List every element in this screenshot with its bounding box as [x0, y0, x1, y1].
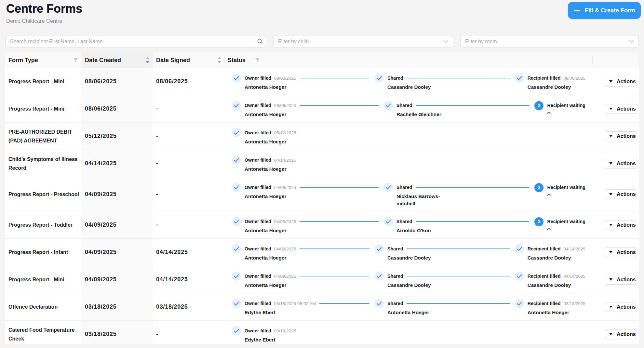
- actions-label: Actions: [617, 249, 636, 255]
- actions-label: Actions: [617, 161, 636, 167]
- search-icon: [257, 38, 263, 45]
- filter-icon[interactable]: [255, 58, 260, 62]
- step-label: Owner filled: [245, 272, 271, 281]
- fill-create-form-button[interactable]: Fill & Create Form: [568, 2, 641, 19]
- step-person-name: Cassandre Dooley: [528, 254, 573, 261]
- form-type-text: Catered Food Temperature Check: [8, 326, 81, 343]
- status-step-line: Owner filled04/14/2025: [232, 155, 296, 165]
- check-icon: [517, 301, 522, 306]
- column-header-date-created[interactable]: Date Created: [81, 52, 153, 68]
- column-header-form-type[interactable]: Form Type: [5, 52, 81, 68]
- sorter-icon-descending[interactable]: [146, 57, 149, 63]
- fill-create-form-label: Fill & Create Form: [585, 7, 635, 14]
- step-check-circle: [232, 326, 241, 335]
- actions-button[interactable]: Actions: [605, 159, 637, 168]
- step-check-circle: [375, 299, 384, 308]
- actions-button[interactable]: Actions: [605, 104, 637, 114]
- step-label: Shared: [387, 272, 403, 281]
- caret-down-icon: [609, 333, 612, 335]
- actions-label: Actions: [617, 133, 636, 139]
- status-step-1: Owner filled03/18/2025 08:02 AMEdythe Eb…: [232, 299, 316, 316]
- date-created-cell: 05/12/2025: [81, 123, 153, 150]
- status-step-line: Owner filled03/18/2025 08:02 AM: [232, 299, 316, 308]
- search-input[interactable]: [6, 35, 254, 47]
- column-header-status[interactable]: Status: [224, 52, 593, 68]
- step-date: 04/14/2025: [274, 156, 296, 165]
- status-step-2: SharedRachelle Gleichner: [384, 101, 441, 118]
- date-signed-text: -: [156, 330, 158, 339]
- form-type-cell: Progress Report - Toddler: [5, 211, 81, 238]
- column-header-date-signed-label: Date Signed: [156, 57, 190, 64]
- date-created-cell: 08/06/2025: [81, 68, 153, 95]
- step-person-name: Antonetta Hoeger: [245, 111, 290, 118]
- step-person-name: Cassandre Dooley: [387, 254, 431, 261]
- caret-down-icon: [609, 162, 612, 165]
- step-label: Owner filled: [245, 183, 271, 192]
- actions-button[interactable]: Actions: [605, 248, 637, 257]
- status-step-line: Recipient filled04/14/2025: [515, 244, 585, 253]
- column-header-actions: [593, 52, 639, 68]
- form-type-text: Progress Report - Mini: [8, 77, 64, 86]
- actions-button[interactable]: Actions: [605, 275, 637, 285]
- date-created-cell: 04/09/2025: [81, 211, 153, 238]
- step-connector-line: [300, 221, 379, 222]
- actions-button[interactable]: Actions: [605, 131, 637, 141]
- status-steps: Owner filled08/06/2025Antonetta HoegerSh…: [232, 74, 585, 93]
- column-header-date-signed[interactable]: Date Signed: [153, 52, 224, 68]
- table-row: Progress Report - Toddler04/09/2025-Owne…: [5, 211, 639, 239]
- check-icon: [377, 301, 382, 306]
- step-date: 08/06/2025: [274, 74, 296, 83]
- table-row: Catered Food Temperature Check03/18/2025…: [5, 321, 639, 344]
- date-signed-cell: 08/06/2025: [153, 68, 224, 95]
- step-date: 03/18/2025: [563, 299, 585, 308]
- actions-button[interactable]: Actions: [605, 189, 637, 199]
- form-type-text: Progress Report - Infant: [8, 248, 68, 257]
- step-label: Owner filled: [245, 327, 271, 335]
- form-type-cell: Progress Report - Infant: [5, 239, 81, 266]
- step-person-name: Rachelle Gleichner: [396, 111, 441, 118]
- status-step-line: Recipient filled08/06/2025: [515, 74, 585, 83]
- step-date: 03/18/2025: [274, 327, 296, 335]
- actions-button[interactable]: Actions: [605, 77, 637, 87]
- filter-icon[interactable]: [73, 58, 78, 62]
- status-steps: Owner filled03/18/2025 08:02 AMEdythe Eb…: [232, 299, 585, 318]
- date-signed-cell: -: [153, 321, 224, 344]
- date-signed-text: 08/06/2025: [156, 77, 188, 86]
- step-check-circle: [232, 183, 241, 192]
- actions-button[interactable]: Actions: [605, 220, 637, 230]
- check-icon: [234, 158, 239, 162]
- filter-by-room-select[interactable]: Filter by room: [460, 35, 639, 48]
- actions-label: Actions: [617, 222, 636, 228]
- status-step-line: Owner filled04/09/2025: [232, 244, 296, 253]
- step-person-name: Antonetta Hoeger: [245, 282, 290, 289]
- status-step-line: 3Recipient waiting: [534, 217, 585, 226]
- search-button[interactable]: [254, 35, 266, 47]
- actions-button[interactable]: Actions: [605, 302, 637, 312]
- table-header-row: Form Type Date Created Date Signed: [5, 52, 639, 68]
- step-label: Owner filled: [245, 156, 271, 165]
- status-step-1: Owner filled08/06/2025Antonetta Hoeger: [232, 101, 296, 118]
- actions-cell: Actions: [593, 95, 639, 122]
- step-label: Recipient waiting: [547, 101, 585, 110]
- step-person-name: Edythe Ebert: [245, 336, 290, 343]
- step-number: 3: [538, 183, 541, 192]
- status-cell: Owner filled03/18/2025Edythe Ebert: [224, 321, 593, 344]
- sorter-icon[interactable]: [218, 57, 221, 63]
- step-number: 3: [538, 217, 541, 226]
- step-label: Recipient waiting: [547, 217, 585, 226]
- actions-button[interactable]: Actions: [605, 329, 637, 339]
- date-signed-cell: 03/18/2025: [153, 293, 224, 320]
- status-step-1: Owner filled04/09/2025Antonetta Hoeger: [232, 272, 296, 289]
- date-signed-cell: -: [153, 177, 224, 211]
- actions-cell: Actions: [593, 293, 639, 320]
- date-signed-cell: 04/14/2025: [153, 266, 224, 293]
- status-step-line: Shared: [375, 244, 403, 253]
- step-label: Owner filled: [245, 74, 271, 83]
- table-row: Progress Report - Mini04/09/202504/14/20…: [5, 266, 639, 293]
- filter-by-child-select[interactable]: Filter by child: [273, 35, 453, 48]
- date-signed-text: -: [156, 221, 158, 229]
- status-steps: Owner filled05/12/2025Antonetta Hoeger: [232, 128, 585, 148]
- status-step-line: Owner filled04/09/2025: [232, 272, 296, 281]
- form-type-cell: Progress Report - Preschool: [5, 177, 81, 211]
- actions-label: Actions: [617, 191, 636, 197]
